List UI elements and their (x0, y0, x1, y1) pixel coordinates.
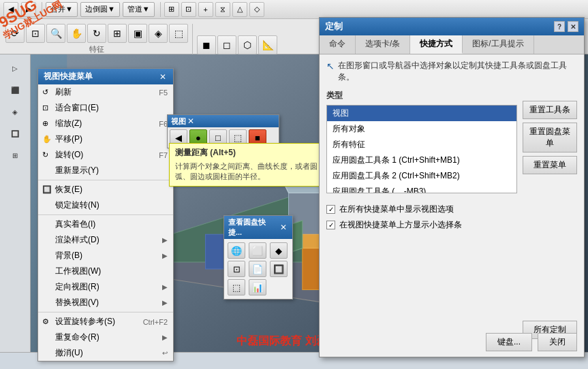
tb-icon5[interactable]: ↻ (87, 24, 106, 43)
reset-toolbar-btn[interactable]: 重置工具条 (523, 101, 577, 119)
menu-item-realshade[interactable]: 真实着色(I) (38, 216, 173, 232)
sidebar-icon3[interactable]: ◈ (3, 101, 27, 122)
disk-icon-4[interactable]: ⊡ (228, 261, 245, 277)
checkbox-1[interactable]: ✓ (326, 205, 335, 214)
menu-item-repeatcmd[interactable]: 重复命令(R) ▶ (38, 330, 173, 345)
disk-icon-1[interactable]: 🌐 (228, 242, 245, 259)
tb-extra1[interactable]: ◼ (197, 35, 216, 54)
toolbar-more2[interactable]: ⊡ (181, 2, 196, 17)
tb-icon8[interactable]: ◈ (149, 24, 168, 43)
tooltip-title: 测量距离 (Alt+5) (175, 147, 326, 159)
tb-extra4[interactable]: 📐 (258, 35, 277, 54)
pipe-button[interactable]: 管道▼ (123, 2, 155, 17)
toolbar-more3[interactable]: + (198, 2, 213, 17)
sidebar-icon2[interactable]: ⬛ (3, 80, 27, 100)
menu-item-rotate[interactable]: ↻ 旋转(O) F7 (38, 147, 173, 163)
tb-icon7[interactable]: ▣ (128, 24, 147, 43)
disk-icon-3[interactable]: ◆ (270, 242, 288, 259)
menu-label-setrotref: 设置旋转参考(S) (55, 316, 115, 327)
toolbar-more6[interactable]: ◇ (249, 2, 264, 17)
disk-icon-2[interactable]: ⬜ (249, 242, 266, 259)
menu-item-pan[interactable]: ✋ 平移(P) (38, 131, 173, 147)
reset-menu-btn[interactable]: 重置菜单 (523, 156, 577, 174)
category-item-allobject[interactable]: 所有对象 (327, 121, 516, 137)
toolbar-more1[interactable]: ⊞ (164, 2, 179, 17)
menu-item-workview[interactable]: 工作视图(W) (38, 263, 173, 279)
side-buttons-panel: 重置工具条 重置圆盘菜单 重置菜单 (523, 101, 577, 174)
category-item-disk1[interactable]: 应用圆盘工具条 1 (Ctrl+Shift+MB1) (327, 153, 516, 168)
menu-item-setrotref[interactable]: ⚙ 设置旋转参考(S) Ctrl+F2 (38, 314, 173, 330)
menu-label-fit: 适合窗口(E) (55, 102, 99, 114)
menu-item-undo[interactable]: 撤消(U) ↩ (38, 345, 173, 361)
category-item-disk3[interactable]: 应用圆盘工具条 (... -MB3) (327, 184, 516, 193)
edge-round-button[interactable]: 边倒圆▼ (80, 2, 120, 17)
view-toolbar-header[interactable]: 视图 ✕ (168, 115, 279, 127)
dialog-help-btn[interactable]: ? (554, 21, 565, 32)
category-item-disk2[interactable]: 应用圆盘工具条 2 (Ctrl+Shift+MB2) (327, 168, 516, 184)
menu-label-workview: 工作视图(W) (55, 266, 101, 277)
menu-item-restore[interactable]: 🔲 恢复(E) (38, 182, 173, 197)
menu-item-redisplay[interactable]: 重新显示(Y) (38, 163, 173, 178)
menu-label-refresh: 刷新 (55, 86, 72, 98)
category-label: 类型 (326, 90, 517, 101)
view-menu-header[interactable]: 视图快捷菜单 ✕ (38, 69, 173, 84)
menu-item-zoom[interactable]: ⊕ 缩放(Z) F6 (38, 116, 173, 131)
tab-icon[interactable]: 图标/工具提示 (463, 35, 533, 54)
reset-disk-btn[interactable]: 重置圆盘菜单 (523, 123, 577, 153)
keyboard-btn[interactable]: 键盘... (486, 333, 532, 351)
undo-icon: ↩ (162, 349, 168, 357)
category-list[interactable]: 视图 所有对象 所有特征 应用圆盘工具条 1 (Ctrl+Shift+MB1) … (326, 105, 517, 193)
restore-icon: 🔲 (42, 185, 52, 194)
menu-label-lockrotate: 锁定旋转(N) (55, 199, 99, 211)
shortcut-rotate: F7 (159, 151, 168, 159)
dialog-content: ↖ 在图形窗口或导航器中选择对象以定制其快捷工具条或圆盘工具条。 类型 视图 所… (320, 54, 584, 240)
category-section: 类型 视图 所有对象 所有特征 应用圆盘工具条 1 (Ctrl+Shift+MB… (326, 90, 577, 193)
disk-menu-close[interactable]: ✕ (279, 223, 288, 232)
menu-item-lockrotate[interactable]: 锁定旋转(N) (38, 197, 173, 213)
category-item-allfeature[interactable]: 所有特征 (327, 137, 516, 153)
disk-icon-5[interactable]: 📄 (249, 261, 266, 277)
disk-icon-6[interactable]: 🔲 (270, 261, 288, 277)
tab-command[interactable]: 命令 (320, 35, 356, 54)
tb-icon6[interactable]: ⊞ (108, 24, 127, 43)
view-menu-close[interactable]: ✕ (158, 72, 168, 82)
menu-divider2 (38, 214, 173, 215)
checkbox-2[interactable]: ✓ (326, 221, 335, 229)
refresh-icon: ↺ (42, 88, 48, 97)
menu-label-restore: 恢复(E) (55, 184, 82, 195)
menu-item-refresh[interactable]: ↺ 刷新 F5 (38, 84, 173, 100)
menu-item-replaceview[interactable]: 替换视图(V) ▶ (38, 295, 173, 310)
sidebar-icon4[interactable]: 🔲 (3, 123, 27, 144)
view-toolbar-close[interactable]: ✕ (186, 116, 196, 126)
menu-item-fit[interactable]: ⊡ 适合窗口(E) (38, 100, 173, 116)
tooltip-desc: 计算两个对象之间距离、曲线长度，或者圆弧、圆边或圆柱面的半径。 (175, 161, 326, 182)
tab-shortcut[interactable]: 快捷方式 (410, 35, 463, 54)
category-item-view[interactable]: 视图 (327, 106, 516, 121)
menu-item-renderstyle[interactable]: 渲染样式(D) ▶ (38, 232, 173, 248)
menu-item-bg[interactable]: 背景(B) ▶ (38, 248, 173, 263)
dialog-close-btn[interactable]: ✕ (568, 21, 578, 32)
view-toolbar-title: 视图 (171, 116, 186, 127)
menu-item-orientview[interactable]: 定向视图(R) ▶ (38, 279, 173, 295)
sidebar-icon5[interactable]: ⊞ (3, 145, 27, 165)
repeatcmd-arrow: ▶ (162, 334, 168, 341)
tab-options[interactable]: 选项卡/条 (356, 35, 410, 54)
disk-icon-7[interactable]: ⬚ (228, 279, 245, 295)
close-dialog-btn[interactable]: 关闭 (538, 333, 577, 351)
menu-label-orientview: 定向视图(R) (55, 281, 99, 293)
left-sidebar: ▷ ⬛ ◈ 🔲 ⊞ (0, 54, 31, 352)
category-panel: 类型 视图 所有对象 所有特征 应用圆盘工具条 1 (Ctrl+Shift+MB… (326, 90, 517, 193)
toolbar-more4[interactable]: ⧖ (215, 2, 230, 17)
menu-label-pan: 平移(P) (55, 133, 82, 145)
toolbar-more5[interactable]: △ (232, 2, 247, 17)
disk-icon-8[interactable]: 📊 (249, 279, 266, 295)
shortcut-refresh: F5 (159, 89, 168, 97)
tb-extra2[interactable]: ◻ (217, 35, 236, 54)
tb-extra3[interactable]: ⬡ (238, 35, 257, 54)
checkbox-label-1: 在所有快捷菜单中显示视图选项 (339, 204, 454, 215)
orientview-arrow: ▶ (162, 283, 168, 291)
checkbox-label-2: 在视图快捷菜单上方显示小选择条 (339, 219, 462, 231)
feature-section-label: 特征 (89, 44, 104, 54)
renderstyle-arrow: ▶ (162, 236, 168, 244)
tb-icon9[interactable]: ⬚ (169, 24, 188, 43)
